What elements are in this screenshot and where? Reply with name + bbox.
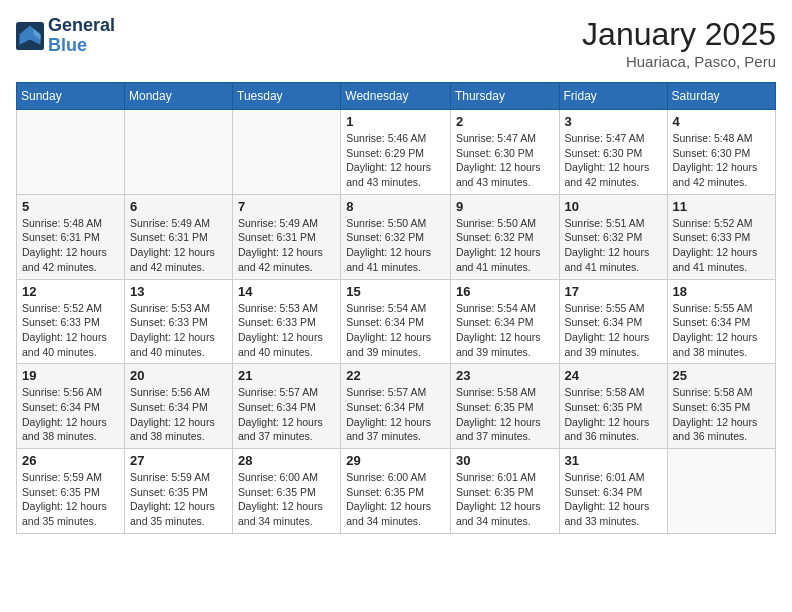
day-info: Sunrise: 5:48 AM Sunset: 6:31 PM Dayligh… (22, 216, 119, 275)
day-info: Sunrise: 5:55 AM Sunset: 6:34 PM Dayligh… (565, 301, 662, 360)
day-number: 24 (565, 368, 662, 383)
day-info: Sunrise: 5:58 AM Sunset: 6:35 PM Dayligh… (565, 385, 662, 444)
calendar-cell: 7Sunrise: 5:49 AM Sunset: 6:31 PM Daylig… (233, 194, 341, 279)
logo-text-blue: Blue (48, 36, 115, 56)
calendar-cell (17, 110, 125, 195)
day-number: 2 (456, 114, 554, 129)
weekday-header-tuesday: Tuesday (233, 83, 341, 110)
day-number: 14 (238, 284, 335, 299)
day-info: Sunrise: 5:55 AM Sunset: 6:34 PM Dayligh… (673, 301, 770, 360)
calendar-cell: 26Sunrise: 5:59 AM Sunset: 6:35 PM Dayli… (17, 449, 125, 534)
day-info: Sunrise: 6:00 AM Sunset: 6:35 PM Dayligh… (238, 470, 335, 529)
calendar-cell (125, 110, 233, 195)
logo-text-general: General (48, 16, 115, 36)
day-info: Sunrise: 5:49 AM Sunset: 6:31 PM Dayligh… (130, 216, 227, 275)
calendar-cell: 8Sunrise: 5:50 AM Sunset: 6:32 PM Daylig… (341, 194, 451, 279)
day-info: Sunrise: 5:52 AM Sunset: 6:33 PM Dayligh… (673, 216, 770, 275)
day-number: 30 (456, 453, 554, 468)
day-info: Sunrise: 5:52 AM Sunset: 6:33 PM Dayligh… (22, 301, 119, 360)
calendar-cell: 28Sunrise: 6:00 AM Sunset: 6:35 PM Dayli… (233, 449, 341, 534)
calendar-cell: 16Sunrise: 5:54 AM Sunset: 6:34 PM Dayli… (450, 279, 559, 364)
calendar-subtitle: Huariaca, Pasco, Peru (582, 53, 776, 70)
day-info: Sunrise: 5:50 AM Sunset: 6:32 PM Dayligh… (346, 216, 445, 275)
calendar-table: SundayMondayTuesdayWednesdayThursdayFrid… (16, 82, 776, 534)
calendar-cell: 23Sunrise: 5:58 AM Sunset: 6:35 PM Dayli… (450, 364, 559, 449)
calendar-cell: 20Sunrise: 5:56 AM Sunset: 6:34 PM Dayli… (125, 364, 233, 449)
calendar-title: January 2025 (582, 16, 776, 53)
day-number: 6 (130, 199, 227, 214)
calendar-cell: 11Sunrise: 5:52 AM Sunset: 6:33 PM Dayli… (667, 194, 775, 279)
calendar-cell: 21Sunrise: 5:57 AM Sunset: 6:34 PM Dayli… (233, 364, 341, 449)
title-block: January 2025 Huariaca, Pasco, Peru (582, 16, 776, 70)
day-number: 5 (22, 199, 119, 214)
logo-icon (16, 22, 44, 50)
calendar-cell: 2Sunrise: 5:47 AM Sunset: 6:30 PM Daylig… (450, 110, 559, 195)
day-number: 7 (238, 199, 335, 214)
calendar-cell: 18Sunrise: 5:55 AM Sunset: 6:34 PM Dayli… (667, 279, 775, 364)
calendar-cell: 17Sunrise: 5:55 AM Sunset: 6:34 PM Dayli… (559, 279, 667, 364)
day-number: 21 (238, 368, 335, 383)
day-number: 28 (238, 453, 335, 468)
calendar-cell: 31Sunrise: 6:01 AM Sunset: 6:34 PM Dayli… (559, 449, 667, 534)
calendar-cell: 3Sunrise: 5:47 AM Sunset: 6:30 PM Daylig… (559, 110, 667, 195)
day-info: Sunrise: 6:01 AM Sunset: 6:34 PM Dayligh… (565, 470, 662, 529)
calendar-cell: 1Sunrise: 5:46 AM Sunset: 6:29 PM Daylig… (341, 110, 451, 195)
weekday-header-wednesday: Wednesday (341, 83, 451, 110)
day-info: Sunrise: 5:56 AM Sunset: 6:34 PM Dayligh… (130, 385, 227, 444)
day-number: 16 (456, 284, 554, 299)
calendar-cell: 15Sunrise: 5:54 AM Sunset: 6:34 PM Dayli… (341, 279, 451, 364)
day-number: 19 (22, 368, 119, 383)
day-info: Sunrise: 5:54 AM Sunset: 6:34 PM Dayligh… (346, 301, 445, 360)
day-number: 26 (22, 453, 119, 468)
day-number: 29 (346, 453, 445, 468)
calendar-cell: 13Sunrise: 5:53 AM Sunset: 6:33 PM Dayli… (125, 279, 233, 364)
calendar-cell: 10Sunrise: 5:51 AM Sunset: 6:32 PM Dayli… (559, 194, 667, 279)
calendar-week-row: 26Sunrise: 5:59 AM Sunset: 6:35 PM Dayli… (17, 449, 776, 534)
calendar-header: SundayMondayTuesdayWednesdayThursdayFrid… (17, 83, 776, 110)
day-number: 1 (346, 114, 445, 129)
calendar-body: 1Sunrise: 5:46 AM Sunset: 6:29 PM Daylig… (17, 110, 776, 534)
day-number: 8 (346, 199, 445, 214)
day-info: Sunrise: 5:57 AM Sunset: 6:34 PM Dayligh… (346, 385, 445, 444)
day-info: Sunrise: 5:58 AM Sunset: 6:35 PM Dayligh… (456, 385, 554, 444)
day-number: 11 (673, 199, 770, 214)
weekday-header-thursday: Thursday (450, 83, 559, 110)
calendar-week-row: 19Sunrise: 5:56 AM Sunset: 6:34 PM Dayli… (17, 364, 776, 449)
calendar-cell (233, 110, 341, 195)
day-number: 15 (346, 284, 445, 299)
day-number: 18 (673, 284, 770, 299)
day-number: 27 (130, 453, 227, 468)
calendar-week-row: 1Sunrise: 5:46 AM Sunset: 6:29 PM Daylig… (17, 110, 776, 195)
day-info: Sunrise: 5:53 AM Sunset: 6:33 PM Dayligh… (238, 301, 335, 360)
weekday-header-row: SundayMondayTuesdayWednesdayThursdayFrid… (17, 83, 776, 110)
day-number: 20 (130, 368, 227, 383)
weekday-header-sunday: Sunday (17, 83, 125, 110)
day-info: Sunrise: 5:48 AM Sunset: 6:30 PM Dayligh… (673, 131, 770, 190)
calendar-cell: 29Sunrise: 6:00 AM Sunset: 6:35 PM Dayli… (341, 449, 451, 534)
day-number: 13 (130, 284, 227, 299)
day-info: Sunrise: 6:00 AM Sunset: 6:35 PM Dayligh… (346, 470, 445, 529)
calendar-cell: 25Sunrise: 5:58 AM Sunset: 6:35 PM Dayli… (667, 364, 775, 449)
calendar-cell: 4Sunrise: 5:48 AM Sunset: 6:30 PM Daylig… (667, 110, 775, 195)
calendar-cell: 19Sunrise: 5:56 AM Sunset: 6:34 PM Dayli… (17, 364, 125, 449)
day-info: Sunrise: 5:47 AM Sunset: 6:30 PM Dayligh… (456, 131, 554, 190)
weekday-header-friday: Friday (559, 83, 667, 110)
day-info: Sunrise: 5:51 AM Sunset: 6:32 PM Dayligh… (565, 216, 662, 275)
calendar-week-row: 12Sunrise: 5:52 AM Sunset: 6:33 PM Dayli… (17, 279, 776, 364)
day-info: Sunrise: 5:54 AM Sunset: 6:34 PM Dayligh… (456, 301, 554, 360)
page-header: General Blue January 2025 Huariaca, Pasc… (16, 16, 776, 70)
day-info: Sunrise: 5:47 AM Sunset: 6:30 PM Dayligh… (565, 131, 662, 190)
day-info: Sunrise: 5:57 AM Sunset: 6:34 PM Dayligh… (238, 385, 335, 444)
weekday-header-saturday: Saturday (667, 83, 775, 110)
day-info: Sunrise: 5:58 AM Sunset: 6:35 PM Dayligh… (673, 385, 770, 444)
day-info: Sunrise: 5:59 AM Sunset: 6:35 PM Dayligh… (22, 470, 119, 529)
weekday-header-monday: Monday (125, 83, 233, 110)
day-info: Sunrise: 5:56 AM Sunset: 6:34 PM Dayligh… (22, 385, 119, 444)
day-number: 9 (456, 199, 554, 214)
day-number: 3 (565, 114, 662, 129)
day-info: Sunrise: 5:59 AM Sunset: 6:35 PM Dayligh… (130, 470, 227, 529)
day-number: 10 (565, 199, 662, 214)
day-number: 23 (456, 368, 554, 383)
calendar-cell: 24Sunrise: 5:58 AM Sunset: 6:35 PM Dayli… (559, 364, 667, 449)
day-number: 12 (22, 284, 119, 299)
